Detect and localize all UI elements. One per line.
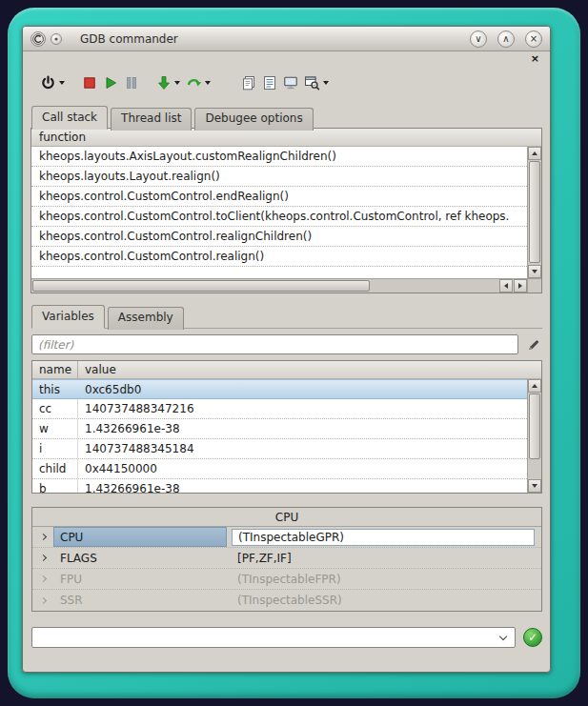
variable-name: cc [32, 399, 78, 418]
expand-button[interactable] [32, 535, 53, 539]
triangle-left-icon [504, 283, 508, 289]
variable-value: 0xc65db0 [78, 380, 527, 398]
vertical-scrollbar[interactable] [527, 379, 541, 493]
step-into-icon [156, 75, 172, 91]
table-row[interactable]: child 0x44150000 [32, 459, 527, 479]
filter-edit-button[interactable] [525, 336, 542, 353]
list-item[interactable]: kheops.control.CustomControl.realignChil… [31, 227, 527, 247]
maximize-button[interactable]: ∧ [497, 30, 515, 48]
scroll-up-button[interactable] [528, 147, 541, 160]
continue-icon [186, 75, 202, 91]
stop-button[interactable] [79, 71, 100, 94]
titlebar[interactable]: GDB commander ∨ ∧ × [23, 27, 550, 51]
window-menu-icon[interactable] [51, 33, 62, 45]
chevron-down-icon [499, 632, 507, 639]
checkmark-icon: ✓ [528, 632, 537, 643]
cpu-row[interactable]: SSR (TInspectableSSR) [32, 590, 541, 611]
app-icon[interactable] [30, 31, 46, 47]
list-item[interactable]: kheops.control.CustomControl.realign() [31, 247, 527, 267]
command-input[interactable] [32, 628, 494, 647]
list-item[interactable]: kheops.control.CustomControl.endRealign(… [31, 187, 527, 207]
register-group-value[interactable]: (TInspectableFPR) [232, 571, 535, 588]
scrollbar-thumb[interactable] [529, 393, 540, 459]
cpu-row[interactable]: CPU (TInspectableGPR) [32, 527, 541, 548]
memory-view-button[interactable] [280, 71, 301, 94]
variable-name: w [32, 419, 78, 438]
filter-input[interactable] [31, 334, 518, 354]
continue-button[interactable] [183, 71, 213, 94]
callstack-rows: kheops.layouts.AxisLayout.customRealignC… [31, 147, 527, 278]
register-group-name[interactable]: CPU [53, 527, 227, 547]
table-row[interactable]: this 0xc65db0 [32, 379, 527, 399]
horizontal-scrollbar[interactable] [31, 278, 527, 292]
command-line-row: ✓ [31, 627, 542, 648]
cpu-row[interactable]: FLAGS [PF,ZF,IF] [32, 548, 541, 569]
run-button[interactable] [100, 71, 121, 94]
variable-value: 0x44150000 [78, 459, 527, 478]
scroll-up-button[interactable] [528, 379, 541, 393]
column-header-name[interactable]: name [32, 361, 78, 378]
column-header-value[interactable]: value [78, 361, 541, 378]
expand-button[interactable] [32, 555, 53, 560]
vertical-scrollbar[interactable] [527, 147, 541, 278]
table-row[interactable]: i 140737488345184 [32, 439, 527, 459]
register-group-name[interactable]: FPU [53, 569, 227, 589]
tab-thread-list[interactable]: Thread list [111, 108, 192, 131]
dock-close-button[interactable]: × [531, 53, 539, 64]
watch-window-button[interactable] [301, 71, 332, 94]
tab-label: Debugee options [205, 111, 302, 125]
scroll-left-button[interactable] [499, 279, 513, 292]
triangle-up-icon [532, 384, 537, 388]
variables-table: name value this 0xc65db0 cc 140737488347… [31, 360, 542, 494]
document-list-button[interactable] [259, 71, 280, 94]
expand-button[interactable] [32, 598, 53, 603]
list-item[interactable]: kheops.control.CustomControl.toClient(kh… [31, 207, 527, 227]
tab-assembly[interactable]: Assembly [108, 307, 184, 330]
scroll-down-button[interactable] [528, 265, 541, 278]
table-row[interactable]: b 1.43266961e-38 [32, 479, 527, 493]
chevron-down-icon [323, 81, 329, 85]
list-item[interactable]: kheops.layouts.AxisLayout.customRealignC… [31, 147, 527, 167]
copy-document-button[interactable] [238, 71, 259, 94]
variable-name: b [32, 479, 78, 493]
power-button[interactable] [37, 71, 68, 94]
variable-name: i [32, 439, 78, 458]
triangle-right-icon [518, 283, 522, 289]
pause-button[interactable] [121, 71, 142, 94]
tab-debugee-options[interactable]: Debugee options [194, 108, 313, 131]
close-button[interactable]: × [525, 30, 542, 48]
scroll-down-button[interactable] [528, 479, 541, 493]
chevron-right-icon [39, 596, 46, 603]
document-list-icon [262, 75, 277, 91]
tab-label: Variables [42, 310, 94, 323]
expand-button[interactable] [32, 576, 53, 581]
triangle-down-icon [532, 484, 537, 488]
cpu-grid: CPU (TInspectableGPR) FLAGS [PF,ZF,IF] F… [32, 526, 541, 611]
scrollbar-thumb[interactable] [32, 280, 370, 292]
confirm-button[interactable]: ✓ [523, 628, 542, 647]
register-group-name[interactable]: FLAGS [53, 548, 227, 568]
register-group-value[interactable]: (TInspectableSSR) [232, 592, 535, 609]
cpu-group-title: CPU [32, 508, 541, 526]
table-row[interactable]: w 1.43266961e-38 [32, 419, 527, 439]
variable-name: child [32, 459, 78, 478]
tab-call-stack[interactable]: Call stack [31, 106, 108, 130]
callstack-column-header[interactable]: function [31, 129, 541, 147]
combo-dropdown-button[interactable] [495, 628, 512, 647]
table-row[interactable]: cc 140737488347216 [32, 399, 527, 419]
variable-value: 1.43266961e-38 [78, 479, 527, 493]
tab-variables[interactable]: Variables [31, 305, 105, 329]
command-combobox[interactable] [31, 627, 516, 648]
minimize-button[interactable]: ∨ [470, 30, 487, 48]
filter-row [31, 334, 542, 354]
step-into-button[interactable] [153, 71, 183, 94]
list-item[interactable]: kheops.layouts.Layout.realign() [31, 167, 527, 187]
scrollbar-thumb[interactable] [529, 161, 540, 263]
register-group-value[interactable]: (TInspectableGPR) [232, 529, 535, 546]
register-group-name[interactable]: SSR [53, 590, 227, 611]
cpu-row[interactable]: FPU (TInspectableFPR) [32, 569, 541, 590]
minimize-icon: ∨ [475, 34, 481, 44]
register-group-value[interactable]: [PF,ZF,IF] [232, 550, 535, 567]
scroll-right-button[interactable] [514, 279, 527, 292]
chevron-down-icon [205, 81, 211, 85]
